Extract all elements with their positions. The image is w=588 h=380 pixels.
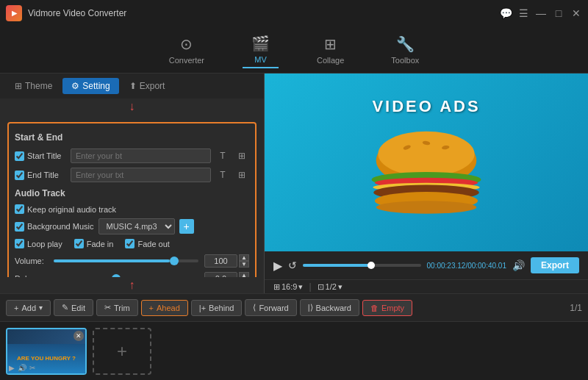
add-icon: + — [14, 304, 18, 312]
behind-button[interactable]: |+ Behind — [191, 300, 243, 316]
volume-button[interactable]: 🔊 — [512, 259, 525, 271]
delay-thumb[interactable] — [112, 274, 121, 277]
end-title-check-label[interactable]: End Title — [15, 171, 66, 180]
arrow-indicator-top: ↓ — [0, 98, 264, 115]
video-preview: VIDEO ADS — [265, 74, 588, 251]
fade-in-label[interactable]: Fade in — [74, 239, 114, 248]
tab-theme[interactable]: ⊞ Theme — [6, 78, 61, 94]
start-title-checkbox[interactable] — [15, 151, 24, 161]
add-clip-button[interactable]: + — [93, 328, 151, 375]
delay-up-btn[interactable]: ▲ — [239, 272, 249, 277]
edit-button[interactable]: ✎ Edit — [54, 299, 93, 316]
nav-converter[interactable]: ⊙ Converter — [160, 32, 213, 68]
empty-icon: 🗑 — [370, 304, 379, 312]
window-controls: 💬 ☰ — □ ✕ — [500, 7, 582, 19]
window-chat-btn[interactable]: 💬 — [500, 7, 512, 19]
volume-down-btn[interactable]: ▼ — [239, 261, 249, 268]
forward-button[interactable]: ⟨ Forward — [245, 299, 296, 316]
ahead-button[interactable]: + Ahead — [141, 300, 188, 316]
loop-play-label[interactable]: Loop play — [15, 239, 62, 248]
tab-bar: ⊞ Theme ⚙ Setting ⬆ Export — [0, 74, 264, 98]
end-title-format-btn[interactable]: T — [215, 168, 230, 182]
start-title-options-btn[interactable]: ⊞ — [234, 148, 249, 163]
end-title-checkbox[interactable] — [15, 171, 24, 180]
burger-image — [360, 125, 492, 228]
clip-icons: ▶ 🔊 ✂ — [9, 364, 35, 372]
empty-button[interactable]: 🗑 Empty — [362, 300, 412, 316]
volume-track[interactable] — [54, 259, 198, 262]
end-title-input[interactable] — [71, 168, 211, 182]
play-button[interactable]: ▶ — [273, 259, 282, 273]
loop-play-checkbox[interactable] — [15, 239, 24, 248]
add-music-btn[interactable]: + — [179, 219, 194, 234]
clip-close-btn[interactable]: ✕ — [74, 331, 84, 341]
volume-label: Volume: — [15, 257, 48, 265]
nav-toolbox[interactable]: 🔧 Toolbox — [382, 32, 428, 68]
page-button[interactable]: ⊡ 1/2 ▾ — [318, 282, 343, 292]
nav-mv[interactable]: 🎬 MV — [243, 32, 279, 68]
end-title-options-btn[interactable]: ⊞ — [234, 168, 249, 182]
window-maximize-btn[interactable]: □ — [553, 7, 564, 19]
window-minimize-btn[interactable]: — — [535, 7, 547, 19]
clip-item-0: ARE YOU HUNGRY ? ▶ 🔊 ✂ ✕ — [6, 328, 87, 375]
delay-value-input[interactable] — [204, 272, 237, 277]
setting-icon: ⚙ — [71, 81, 79, 91]
progress-track[interactable] — [303, 264, 421, 267]
fade-out-label[interactable]: Fade out — [125, 239, 169, 248]
volume-thumb[interactable] — [170, 257, 179, 265]
clip-cut-icon: ✂ — [29, 364, 35, 372]
ratio-button[interactable]: ⊞ 16:9 ▾ — [273, 282, 303, 292]
toolbox-icon: 🔧 — [396, 35, 415, 53]
bg-music-label[interactable]: Background Music — [15, 222, 94, 232]
ratio-divider: | — [309, 282, 311, 292]
delay-row: Delay: ▲ ▼ — [15, 272, 249, 277]
keep-original-label[interactable]: Keep original audio track — [15, 204, 116, 214]
clip-volume-icon: 🔊 — [18, 364, 26, 372]
add-button[interactable]: + Add ▾ — [6, 300, 51, 316]
loop-button[interactable]: ↺ — [288, 259, 297, 271]
mv-label: MV — [254, 55, 267, 64]
svg-point-10 — [376, 201, 477, 214]
progress-fill — [303, 264, 371, 267]
converter-label: Converter — [169, 56, 204, 65]
app-title: Vidmore Video Converter — [28, 8, 500, 18]
keep-original-checkbox[interactable] — [15, 204, 24, 214]
volume-value-box: ▲ ▼ — [204, 254, 249, 268]
video-title-text: VIDEO ADS — [372, 97, 480, 116]
tab-setting[interactable]: ⚙ Setting — [62, 78, 118, 94]
export-icon: ⬆ — [129, 81, 137, 91]
window-menu-btn[interactable]: ☰ — [517, 7, 529, 19]
fade-out-checkbox[interactable] — [125, 239, 135, 248]
ahead-icon: + — [149, 304, 154, 312]
volume-stepper: ▲ ▼ — [239, 254, 249, 268]
left-panel: ⊞ Theme ⚙ Setting ⬆ Export ↓ Start & End — [0, 74, 265, 293]
volume-value-input[interactable] — [204, 254, 237, 268]
window-close-btn[interactable]: ✕ — [570, 7, 582, 19]
backward-icon: |⟩ — [308, 303, 313, 312]
export-button[interactable]: Export — [531, 257, 579, 273]
start-title-check-label[interactable]: Start Title — [15, 151, 66, 161]
add-dropdown-icon: ▾ — [39, 304, 43, 312]
trim-button[interactable]: ✂ Trim — [96, 299, 138, 316]
backward-button[interactable]: |⟩ Backward — [300, 299, 359, 316]
up-arrow-icon: ↑ — [129, 279, 135, 292]
delay-stepper: ▲ ▼ — [239, 272, 249, 277]
bg-music-checkbox[interactable] — [15, 222, 24, 232]
start-title-input[interactable] — [71, 148, 211, 163]
down-arrow-icon: ↓ — [129, 100, 135, 113]
right-panel: VIDEO ADS — [265, 74, 588, 293]
time-display: 00:00:23.12/00:00:40.01 — [427, 262, 506, 270]
top-navigation: ⊙ Converter 🎬 MV ⊞ Collage 🔧 Toolbox — [0, 26, 588, 74]
music-file-select[interactable]: MUSIC 4.mp3 — [98, 218, 175, 234]
page-count: 1/1 — [570, 303, 582, 313]
fade-in-checkbox[interactable] — [74, 239, 84, 248]
progress-thumb[interactable] — [368, 262, 375, 269]
end-title-row: End Title T ⊞ — [15, 168, 249, 182]
trim-icon: ✂ — [104, 303, 111, 312]
tab-export[interactable]: ⬆ Export — [121, 78, 174, 94]
app-logo: ▶ — [6, 5, 22, 21]
audio-options-row: Loop play Fade in Fade out — [15, 239, 249, 248]
volume-up-btn[interactable]: ▲ — [239, 254, 249, 261]
nav-collage[interactable]: ⊞ Collage — [308, 32, 353, 68]
start-title-format-btn[interactable]: T — [215, 148, 230, 163]
